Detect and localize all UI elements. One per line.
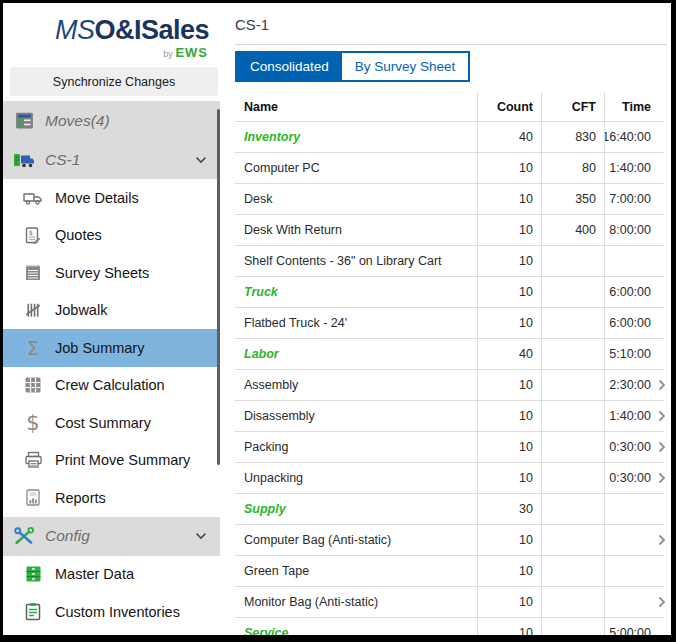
sidebar-item-custom-inventories[interactable]: Custom Inventories [3,593,220,631]
tools-icon [12,526,36,547]
sigma-icon: Σ [21,337,45,359]
svg-text:Σ: Σ [27,337,40,359]
cell-time: 6:00:00 [604,308,664,338]
dollar-icon: $ [21,412,45,434]
table-row[interactable]: Desk103507:00:00 [235,184,664,215]
app-window: MSO&ISales by EWS Synchronize Changes Mo… [0,0,676,642]
table-row[interactable]: Computer PC10801:40:00 [235,153,664,184]
notepad-icon [21,262,45,283]
tab-by-survey-sheet[interactable]: By Survey Sheet [342,53,469,80]
cell-time [604,246,664,276]
sidebar-item-label: Master Data [55,566,134,582]
chevron-down-icon[interactable] [195,156,207,164]
cell-name: Supply [235,494,477,524]
sidebar-item-label: Jobwalk [55,302,107,318]
sidebar-item-reports[interactable]: Reports [3,479,220,517]
sidebar-item-move-details[interactable]: Move Details [3,179,220,217]
cell-time: 1:40:00 [604,401,664,431]
column-header-name: Name [235,93,477,121]
table-row[interactable]: Flatbed Truck - 24'106:00:00 [235,308,664,339]
logo-prefix: MS [55,15,95,45]
sidebar-item-quotes[interactable]: $Quotes [3,217,220,255]
cell-count: 10 [477,463,541,493]
cell-name: Inventory [235,122,477,152]
chevron-down-icon[interactable] [195,532,207,540]
table-row[interactable]: Unpacking100:30:00 [235,463,664,494]
sidebar-item-cost-summary[interactable]: $Cost Summary [3,404,220,442]
sidebar-nav: Moves(4)CS-1Move Details$QuotesSurvey Sh… [3,101,225,631]
cell-cft [541,246,604,276]
table-section-row[interactable]: Truck106:00:00 [235,277,664,308]
grid-table-icon [21,375,45,395]
cell-time: 0:30:00 [604,432,664,462]
cell-time: 8:00:00 [604,215,664,245]
sidebar-item-master-data[interactable]: Master Data [3,556,220,594]
chevron-right-icon[interactable] [658,596,666,608]
cell-time [604,556,664,586]
sidebar-item-jobwalk[interactable]: Jobwalk [3,292,220,330]
table-row[interactable]: Disassembly101:40:00 [235,401,664,432]
table-section-row[interactable]: Service105:00:00 [235,618,664,642]
table-row[interactable]: Monitor Bag (Anti-static)10 [235,587,664,618]
cell-time: 1:40:00 [604,153,664,183]
table-section-row[interactable]: Inventory4083016:40:00 [235,122,664,153]
chevron-right-icon[interactable] [658,379,666,391]
cell-count: 10 [477,525,541,555]
sidebar-item-label: Print Move Summary [55,452,190,468]
sidebar-item-config[interactable]: Config [3,517,220,556]
sidebar-item-label: Job Summary [55,340,144,356]
logo-byline: by EWS [3,46,209,59]
sidebar-scrollbar[interactable] [217,109,220,465]
sidebar-item-print-move-summary[interactable]: Print Move Summary [3,442,220,480]
chevron-right-icon[interactable] [658,472,666,484]
cell-time: 5:10:00 [604,339,664,369]
cell-name: Green Tape [235,556,477,586]
truck-outline-icon [21,188,45,208]
table-row[interactable]: Desk With Return104008:00:00 [235,215,664,246]
cell-count: 10 [477,556,541,586]
chevron-right-icon[interactable] [658,441,666,453]
cell-cft [541,463,604,493]
sidebar-item-survey-sheets[interactable]: Survey Sheets [3,254,220,292]
column-header-count: Count [477,93,541,121]
cell-name: Shelf Contents - 36" on Library Cart [235,246,477,276]
clipboard-icon [21,601,45,622]
sidebar-item-label: Reports [55,490,106,506]
column-header-time: Time [604,93,664,121]
cell-name: Desk [235,184,477,214]
sidebar-item-cs-1[interactable]: CS-1 [3,140,220,179]
chevron-right-icon[interactable] [658,410,666,422]
logo-by: by [163,49,173,59]
table-section-row[interactable]: Labor405:10:00 [235,339,664,370]
cell-count: 10 [477,618,541,642]
cell-cft [541,432,604,462]
cell-time [604,587,664,617]
tab-consolidated[interactable]: Consolidated [237,53,342,80]
svg-text:$: $ [26,412,39,434]
table-row[interactable]: Shelf Contents - 36" on Library Cart10 [235,246,664,277]
cell-cft: 400 [541,215,604,245]
synchronize-changes-button[interactable]: Synchronize Changes [10,67,218,96]
sidebar-item-moves-4[interactable]: Moves(4) [3,101,220,140]
chevron-right-icon[interactable] [658,534,666,546]
cell-cft [541,401,604,431]
cell-count: 10 [477,308,541,338]
table-row[interactable]: Packing100:30:00 [235,432,664,463]
cell-count: 40 [477,122,541,152]
table-row[interactable]: Green Tape10 [235,556,664,587]
move-truck-icon [12,150,36,170]
svg-text:$: $ [29,228,33,236]
cell-name: Labor [235,339,477,369]
cell-time: 7:00:00 [604,184,664,214]
cell-count: 10 [477,153,541,183]
sidebar-item-label: Custom Inventories [55,604,180,620]
table-row[interactable]: Computer Bag (Anti-static)10 [235,525,664,556]
sidebar-item-crew-calculation[interactable]: Crew Calculation [3,367,220,405]
cell-cft [541,277,604,307]
tally-marks-icon [21,300,45,321]
sidebar-item-job-summary[interactable]: ΣJob Summary [3,329,220,367]
table-row[interactable]: Assembly102:30:00 [235,370,664,401]
table-section-row[interactable]: Supply30 [235,494,664,525]
quote-document-icon: $ [21,225,45,246]
moves-list-icon [12,110,36,131]
